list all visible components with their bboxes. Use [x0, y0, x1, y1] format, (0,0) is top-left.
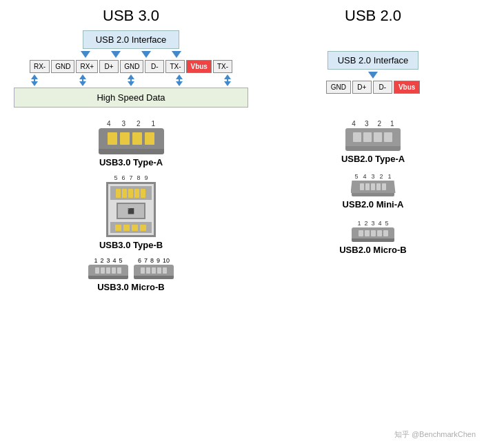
usb30-type-b-label: USB3.0 Type-B	[99, 240, 163, 250]
usb20-micro-b-label: USB2.0 Micro-B	[339, 245, 407, 255]
usb20-micro-b-connector: 1 2 3 4 5 USB2.0 Micro-B	[339, 220, 407, 255]
pin-vbus-usb20: Vbus	[394, 81, 420, 94]
pin-gnd2: GND	[120, 60, 143, 73]
watermark: 知乎 @BenchmarkChen	[394, 429, 476, 440]
pin-gnd-usb20: GND	[326, 81, 351, 94]
usb30-type-a-connector: 4 3 2 1 USB3.0 Type-A	[99, 120, 164, 167]
usb20-mini-a-connector: 5 4 3 2 1 USB2.0 Mini-A	[343, 173, 404, 210]
pin-tx-neg2: TX-	[213, 60, 232, 73]
usb30-micro-b-connector: 1 2 3 4 5	[88, 257, 174, 292]
pin-d-neg: D-	[145, 60, 164, 73]
pin-d-pos: D+	[99, 60, 119, 73]
usb30-type-b-connector: 5 6 7 8 9	[99, 174, 163, 250]
usb20-interface-box: USB 2.0 Interface	[327, 51, 419, 70]
bidir-5	[224, 74, 231, 86]
pin-vbus: Vbus	[186, 60, 211, 73]
usb30-interface-box: USB 2.0 Interface	[83, 30, 180, 49]
bidir-3	[128, 74, 134, 86]
arrow-down-2	[111, 51, 121, 58]
usb20-type-a-label: USB2.0 Type-A	[341, 154, 405, 164]
arrow-down-3	[141, 51, 151, 58]
arrow-down-usb20	[368, 72, 378, 79]
usb30-type-a-label: USB3.0 Type-A	[99, 157, 163, 167]
pin-rx-pos: RX+	[76, 60, 98, 73]
pin-d-pos-usb20: D+	[352, 81, 372, 94]
pin-gnd1: GND	[51, 60, 74, 73]
arrow-down-4	[172, 51, 181, 58]
hsd-bar: High Speed Data	[14, 88, 248, 108]
arrow-down-1	[81, 51, 90, 58]
usb20-title: USB 2.0	[345, 7, 401, 24]
usb30-title: USB 3.0	[103, 7, 159, 24]
pin-tx-neg1: TX-	[165, 60, 185, 73]
usb20-type-a-connector: 4 3 2 1 USB2.0 Type-A	[341, 120, 405, 164]
pin-rx-neg: RX-	[30, 60, 50, 73]
usb20-mini-a-label: USB2.0 Mini-A	[343, 199, 404, 210]
pin-d-neg-usb20: D-	[373, 81, 392, 94]
usb30-micro-b-label: USB3.0 Micro-B	[97, 282, 165, 292]
bidir-1	[31, 74, 38, 86]
bidir-4	[176, 74, 183, 86]
bidir-2	[79, 74, 86, 86]
